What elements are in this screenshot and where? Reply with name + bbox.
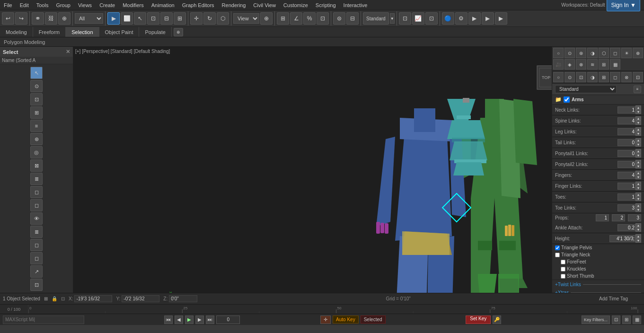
twist-links-button[interactable]: +Twist Links [555, 282, 581, 287]
rp-icon-6[interactable]: ☀ [621, 48, 632, 58]
tab-freeform[interactable]: Freeform [33, 27, 66, 37]
create-selection-button[interactable]: Standard [363, 12, 389, 25]
menu-edit[interactable]: Edit [16, 1, 33, 9]
rp-icon-0[interactable]: ○ [553, 48, 564, 58]
set-key-button[interactable]: Set Key [466, 315, 491, 324]
curve-editor-button[interactable]: 📈 [412, 12, 424, 25]
bind-button[interactable]: ⊕ [58, 12, 71, 25]
rp-icon-10[interactable]: ⊗ [576, 59, 586, 70]
coord-toggle[interactable]: ⊡ [61, 296, 65, 301]
redo-button[interactable]: ↪ [15, 12, 27, 25]
finger-links-down[interactable]: ▼ [635, 186, 641, 190]
short-thumb-checkbox[interactable] [561, 274, 565, 279]
leg-links-down[interactable]: ▼ [635, 131, 641, 136]
render3-button[interactable]: ▶ [495, 12, 507, 25]
filter4-button[interactable]: ▦ [633, 315, 641, 324]
toes-input[interactable] [618, 193, 635, 201]
checkbox-short-thumb[interactable]: Short Thumb [552, 272, 644, 280]
rp-icon-11[interactable]: ≋ [587, 59, 598, 70]
triangle-neck-checkbox[interactable] [555, 253, 560, 257]
navigation-cube[interactable]: TOP [537, 66, 552, 89]
tail-links-down[interactable]: ▼ [635, 142, 641, 147]
menu-modifiers[interactable]: Modifiers [119, 1, 148, 9]
props-val2[interactable] [612, 214, 625, 221]
rp-icon-b4[interactable]: ⊞ [599, 72, 609, 82]
create-selection-arrow[interactable]: ▼ [390, 13, 395, 24]
select-tool[interactable]: ▶ [107, 12, 120, 25]
go-start-button[interactable]: ⏮ [164, 315, 173, 324]
ref-coord-dropdown[interactable]: View [233, 13, 259, 24]
left-tool-15[interactable]: ◻ [30, 252, 43, 264]
angle-snap-button[interactable]: ∠ [290, 12, 302, 25]
toes-up[interactable]: ▲ [635, 193, 641, 197]
rp-icon-12[interactable]: ⊞ [599, 59, 609, 70]
percent-snap-button[interactable]: % [303, 12, 316, 25]
key-filters-button[interactable]: Key Filters... [582, 315, 610, 324]
left-tool-3[interactable]: ⊡ [30, 93, 43, 105]
key-mode-button[interactable]: 🔑 [493, 315, 501, 324]
leg-links-up[interactable]: ▲ [635, 127, 641, 131]
left-tool-11[interactable]: ◻ [30, 199, 43, 211]
tab-modeling[interactable]: Modeling [0, 27, 33, 37]
leg-links-input[interactable] [618, 128, 635, 135]
render2-button[interactable]: ▶ [482, 12, 494, 25]
ponytail1-up[interactable]: ▲ [635, 149, 641, 153]
checkbox-knuckles[interactable]: Knuckles [552, 265, 644, 272]
time-slider[interactable]: 0 25 50 75 100 [28, 305, 644, 314]
go-end-button[interactable]: ⏭ [206, 315, 214, 324]
neck-links-up[interactable]: ▲ [635, 105, 641, 110]
menu-scripting[interactable]: Scripting [312, 1, 340, 9]
maxscript-input[interactable] [3, 315, 84, 324]
sidebar-close-icon[interactable]: ✕ [66, 49, 70, 55]
x-input[interactable] [74, 295, 112, 302]
viewport[interactable]: [+] [Perspective] [Standard] [Default Sh… [73, 47, 552, 293]
menu-group[interactable]: Group [52, 1, 74, 9]
tab-object-paint[interactable]: Object Paint [99, 27, 140, 37]
left-tool-9[interactable]: ≣ [30, 173, 43, 185]
height-down[interactable]: ▼ [635, 238, 641, 243]
leg-links-spinner[interactable]: ▲ ▼ [618, 127, 641, 136]
play-button[interactable]: ▶ [185, 315, 194, 324]
spine-links-up[interactable]: ▲ [635, 116, 641, 121]
rp-icon-b0[interactable]: ○ [553, 72, 564, 82]
rp-icon-5[interactable]: ◻ [610, 48, 620, 58]
render-setup-button[interactable]: ⚙ [455, 12, 468, 25]
rp-icon-8[interactable]: 🎥 [553, 59, 564, 70]
arms-checkbox[interactable] [564, 96, 570, 103]
rp-icon-1[interactable]: ⊙ [565, 48, 575, 58]
spinner-snap-button[interactable]: ⊡ [317, 12, 329, 25]
menu-views[interactable]: Views [74, 1, 96, 9]
rp-icon-13[interactable]: ▦ [610, 59, 620, 70]
left-tool-7[interactable]: ◎ [30, 146, 43, 158]
panel-menu-button[interactable]: ≡ [634, 86, 641, 93]
fingers-up[interactable]: ▲ [635, 171, 641, 175]
align-button[interactable]: ⊟ [346, 12, 359, 25]
ankle-attach-spinner[interactable]: ▲ ▼ [618, 223, 641, 232]
menu-file[interactable]: File [0, 1, 16, 9]
tab-populate[interactable]: Populate [139, 27, 171, 37]
region-sel-button[interactable]: ⊡ [147, 12, 159, 25]
menu-animation[interactable]: Animation [148, 1, 178, 9]
sign-in-button[interactable]: Sign In ▼ [607, 0, 640, 11]
rp-icon-2[interactable]: ⊛ [576, 48, 586, 58]
height-up[interactable]: ▲ [635, 234, 641, 238]
left-tool-16[interactable]: ↗ [30, 265, 43, 278]
scale-button[interactable]: ⬡ [217, 12, 229, 25]
left-tool-2[interactable]: ⊙ [30, 80, 43, 92]
menu-customize[interactable]: Customize [280, 1, 312, 9]
rp-icon-b1[interactable]: ⊙ [565, 72, 575, 82]
toes-down[interactable]: ▼ [635, 197, 641, 201]
toe-links-spinner[interactable]: ▲ ▼ [618, 203, 641, 212]
filter3-button[interactable]: ⊞ [622, 315, 631, 324]
left-tool-17[interactable]: ⊡ [30, 279, 43, 291]
left-tool-10[interactable]: ◻ [30, 186, 43, 198]
toe-links-input[interactable] [618, 204, 635, 211]
knuckles-checkbox[interactable] [561, 267, 565, 272]
left-tool-select[interactable]: ↖ [30, 67, 43, 79]
finger-links-up[interactable]: ▲ [635, 182, 641, 186]
fingers-spinner[interactable]: ▲ ▼ [618, 171, 641, 179]
pivot-button[interactable]: ⊕ [260, 12, 273, 25]
y-input[interactable] [122, 295, 159, 302]
material-editor-button[interactable]: 🔵 [442, 12, 454, 25]
move-select-button[interactable]: ↖ [134, 12, 146, 25]
